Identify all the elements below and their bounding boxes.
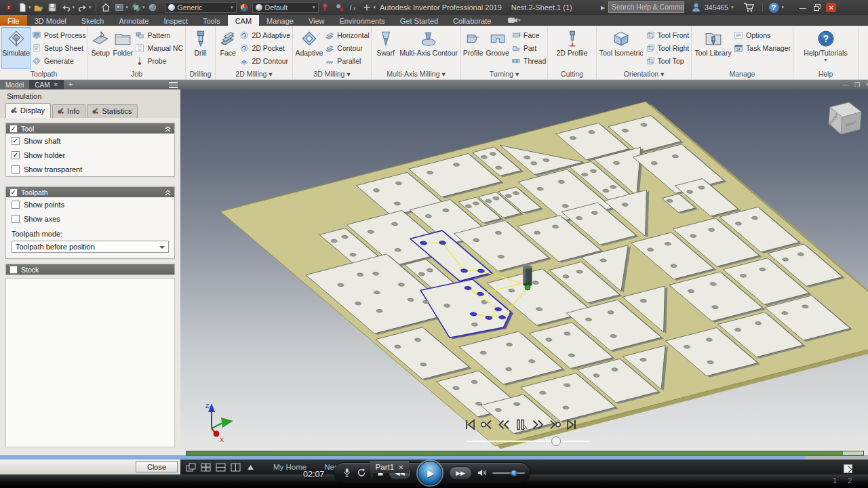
ribbon-tab-view[interactable]: View: [301, 15, 332, 26]
collapse-icon[interactable]: [165, 123, 171, 135]
tile-horizontal-icon[interactable]: [216, 463, 226, 472]
groove-button[interactable]: Groove: [486, 27, 510, 69]
ribbon-tab-manage[interactable]: Manage: [259, 15, 301, 26]
folder-button[interactable]: Folder: [112, 27, 134, 69]
tool-top-button[interactable]: Tool Top: [646, 56, 690, 66]
user-icon[interactable]: [692, 3, 701, 12]
ribbon-tab-inspect[interactable]: Inspect: [157, 15, 195, 26]
plus-icon[interactable]: [361, 2, 373, 13]
drill-button[interactable]: Drill: [188, 27, 213, 69]
task-manager-button[interactable]: 24Task Manager: [734, 43, 791, 53]
fast-back-button[interactable]: [497, 418, 511, 431]
browser-tab-model[interactable]: Model: [0, 80, 29, 89]
manual-nc-button[interactable]: 0110Manual NC: [135, 43, 183, 53]
ribbon-tab-get-started[interactable]: Get Started: [393, 15, 446, 26]
face-button[interactable]: Face: [218, 27, 238, 69]
doc-close-button[interactable]: ✕: [865, 81, 868, 88]
post-process-button[interactable]: Post Process: [32, 30, 86, 40]
step-forward-button[interactable]: [548, 418, 561, 431]
options-button[interactable]: Options: [734, 30, 791, 40]
parallel-button[interactable]: Parallel: [325, 56, 369, 66]
open-icon[interactable]: [33, 2, 45, 13]
checkbox[interactable]: [9, 266, 18, 274]
browser-tab-cam[interactable]: CAM✕: [29, 80, 64, 89]
browser-menu-icon[interactable]: [169, 82, 178, 88]
tool-right-button[interactable]: Tool Right: [646, 43, 690, 53]
section-header[interactable]: ✓Toolpath: [6, 187, 174, 197]
help-icon[interactable]: ?: [769, 3, 779, 13]
cart-icon[interactable]: [743, 3, 754, 12]
face-button[interactable]: Face: [511, 30, 546, 40]
redo-icon[interactable]: [77, 2, 88, 13]
save-icon[interactable]: [47, 2, 58, 13]
new-file-icon[interactable]: [16, 2, 28, 13]
thread-button[interactable]: Thread: [511, 56, 546, 66]
render-dropdown[interactable]: ▾: [126, 5, 129, 10]
material-combo[interactable]: Generic▾: [165, 2, 237, 13]
restore-button[interactable]: [812, 3, 822, 12]
3d-scene[interactable]: ZXFRONTRIGHT: [180, 89, 868, 455]
probe-button[interactable]: Probe: [135, 56, 183, 66]
panel-label[interactable]: Turning ▾: [461, 70, 547, 79]
new-browser-tab-button[interactable]: +: [64, 80, 77, 89]
minimize-button[interactable]: —: [797, 3, 808, 12]
ribbon-tab-collaborate[interactable]: Collaborate: [446, 15, 498, 26]
setup-button[interactable]: Setup: [90, 27, 111, 69]
volume-slider[interactable]: [492, 470, 521, 476]
fast-forward-button[interactable]: [531, 418, 545, 431]
option-row[interactable]: Show transparent: [6, 162, 174, 176]
undo-dropdown[interactable]: ▾: [73, 5, 75, 10]
update-dropdown[interactable]: ▾: [142, 5, 145, 10]
help-dropdown[interactable]: ▾: [782, 5, 785, 10]
2d-pocket-button[interactable]: 2D Pocket: [239, 43, 290, 53]
tile-windows-icon[interactable]: [201, 463, 211, 472]
checkbox[interactable]: ✓: [9, 188, 18, 197]
generate-button[interactable]: Generate: [32, 56, 86, 66]
fast-forward-button[interactable]: ▶▶: [449, 466, 471, 480]
close-tab-icon[interactable]: ✕: [398, 464, 403, 471]
tool-isometric-button[interactable]: Tool Isometric: [599, 27, 644, 69]
slider-thumb[interactable]: [552, 437, 561, 446]
checkbox[interactable]: [12, 165, 20, 174]
cascade-windows-icon[interactable]: [186, 463, 196, 472]
multi-axis-contour-button[interactable]: Multi-Axis Contour: [399, 27, 458, 69]
fx-icon[interactable]: fx: [348, 2, 359, 13]
ribbon-tab-3d-model[interactable]: 3D Model: [27, 15, 74, 26]
tool-front-button[interactable]: Tool Front: [646, 30, 690, 40]
title-expand-arrow[interactable]: ▶: [601, 5, 605, 11]
profile-button[interactable]: Profile: [462, 27, 484, 69]
2d-profile-button[interactable]: 2D Profile: [554, 27, 591, 69]
tab-display[interactable]: Display: [5, 103, 51, 118]
expand-viewport-icon[interactable]: [844, 464, 852, 473]
checkbox[interactable]: [12, 201, 20, 209]
option-row[interactable]: ✓Show shaft: [6, 134, 174, 148]
panel-label[interactable]: 3D Milling ▾: [293, 70, 371, 79]
contour-button[interactable]: Contour: [325, 43, 369, 53]
section-header[interactable]: Stock: [6, 264, 174, 274]
user-dropdown[interactable]: ▾: [731, 5, 734, 10]
tool-library-button[interactable]: Tool Library: [694, 27, 732, 69]
toolpath-mode-select[interactable]: Toolpath before position: [12, 241, 169, 253]
close-button[interactable]: Close: [136, 461, 178, 472]
help-tutorials-button[interactable]: ?Help/Tutorials▾: [799, 27, 853, 69]
option-row[interactable]: Show points: [6, 197, 174, 211]
checkbox[interactable]: ✓: [12, 151, 20, 159]
close-tab-icon[interactable]: ✕: [53, 81, 58, 88]
checkbox[interactable]: [12, 215, 20, 223]
collapse-icon[interactable]: [165, 186, 171, 199]
tab-info[interactable]: Info: [52, 104, 85, 118]
doc-minimize-button[interactable]: —: [843, 81, 849, 88]
skip-end-button[interactable]: [565, 418, 578, 431]
panel-label[interactable]: Orientation ▾: [597, 70, 691, 79]
2d-adaptive-button[interactable]: 2D Adaptive: [239, 30, 290, 40]
ribbon-tab-cam[interactable]: CAM: [228, 15, 259, 26]
search-input[interactable]: Search Help & Commands...: [608, 1, 684, 13]
ribbon-tab-sketch[interactable]: Sketch: [74, 15, 112, 26]
close-window-button[interactable]: ✕: [826, 3, 836, 12]
checkbox[interactable]: ✓: [12, 137, 20, 145]
pause-button[interactable]: [514, 418, 528, 431]
appearance-combo[interactable]: Default▾: [252, 2, 319, 13]
panel-label[interactable]: Multi-Axis Milling ▾: [372, 70, 460, 79]
status-tab-part1[interactable]: Part1✕: [370, 461, 410, 473]
redo-dropdown[interactable]: ▾: [89, 5, 92, 10]
